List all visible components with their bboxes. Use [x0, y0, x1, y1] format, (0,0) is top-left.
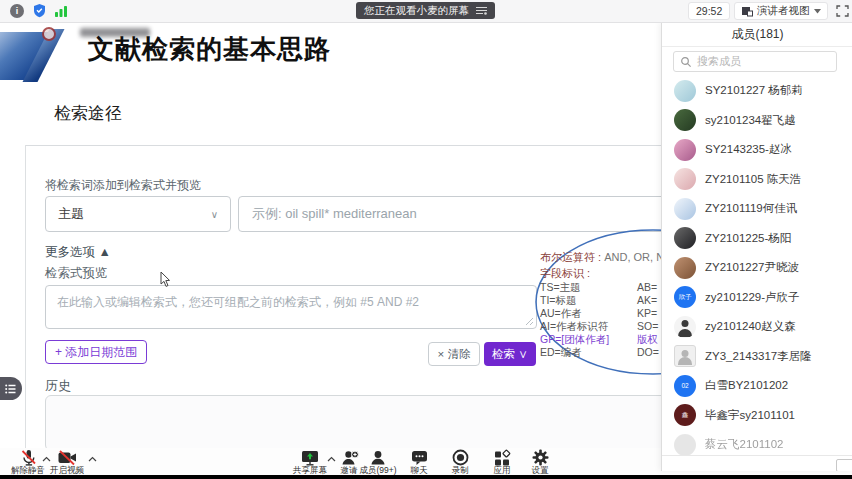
members-person-icon: [369, 449, 387, 466]
member-avatar: [674, 139, 696, 161]
members-panel-title: 成员(181): [662, 22, 852, 47]
record-icon: [452, 449, 469, 466]
field-ids-label: 字段标识 :: [540, 266, 670, 281]
member-row[interactable]: sy2101234翟飞越: [662, 106, 852, 136]
member-name: ZY2101105 陈天浩: [705, 172, 801, 187]
member-search-placeholder: 搜索成员: [697, 54, 741, 69]
meeting-window: 文献检索的基本思路 检索途径 将检索词添加到检索式并预览 主题 ∨ 示例: oi…: [0, 0, 852, 479]
fullscreen-expand-icon[interactable]: [835, 4, 850, 18]
member-name: ZY2101119何佳讯: [705, 201, 797, 216]
resize-handle-icon: [525, 317, 534, 326]
watching-banner-text: 您正在观看小麦的屏幕: [364, 4, 469, 18]
annotation-text: 布尔运算符 : AND, OR, NOT 字段标识 :: [540, 250, 670, 282]
meeting-topbar: i 您正在观看小麦的屏幕 29:52 演讲者视图: [0, 0, 852, 23]
network-signal-icon[interactable]: [54, 4, 68, 17]
floating-list-tab: [0, 377, 22, 400]
bottom-black-bar: [0, 475, 852, 479]
watching-banner: 您正在观看小麦的屏幕: [356, 2, 495, 19]
video-options-caret[interactable]: [88, 456, 97, 462]
member-avatar: [674, 316, 696, 338]
field-id: SO=: [637, 320, 659, 333]
member-name: ZY2101225-杨阳: [705, 231, 791, 246]
query-placeholder: 示例: oil spill* mediterranean: [252, 205, 417, 223]
member-name: zy2101240赵义森: [705, 319, 796, 334]
info-icon[interactable]: i: [10, 4, 24, 18]
member-row[interactable]: 欣子 zy2101229-卢欣子: [662, 283, 852, 313]
member-row[interactable]: SY2101227 杨郁莉: [662, 76, 852, 106]
camera-off-icon: [57, 449, 78, 466]
member-avatar: 02: [674, 375, 696, 397]
view-mode-button[interactable]: 演讲者视图: [734, 2, 828, 20]
member-name: sy2101234翟飞越: [705, 113, 796, 128]
member-avatar: [674, 80, 696, 102]
history-label: 历史: [45, 377, 71, 395]
member-avatar: 鑫: [674, 404, 696, 426]
history-box: [45, 395, 687, 451]
field-id: AK=: [637, 294, 659, 307]
field-id: KP=: [637, 307, 659, 320]
member-avatar: [674, 434, 696, 455]
view-mode-label: 演讲者视图: [757, 4, 810, 18]
member-list: SY2101227 杨郁莉 sy2101234翟飞越 SY2143235-赵冰 …: [662, 76, 852, 455]
member-row[interactable]: 02 白雪BY2101202: [662, 371, 852, 401]
field-id: 版权: [637, 333, 659, 346]
layout-icon: [741, 5, 753, 17]
editor-placeholder: 在此输入或编辑检索式，您还可组配之前的检索式，例如 #5 AND #2: [57, 295, 419, 309]
field-id: ED=编者: [540, 346, 609, 359]
field-select-dropdown: 主题 ∨: [45, 196, 231, 232]
member-name: 蔡云飞2101102: [705, 437, 783, 452]
search-button: 检索 ∨: [484, 342, 536, 366]
member-name: SY2143235-赵冰: [705, 142, 792, 157]
member-name: 毕鑫宇sy2101101: [705, 408, 795, 423]
member-row[interactable]: ZY2101105 陈天浩: [662, 165, 852, 195]
member-row[interactable]: ZY2101225-杨阳: [662, 224, 852, 254]
member-search-input[interactable]: 搜索成员: [673, 51, 837, 72]
more-options-toggle: 更多选项 ▲: [45, 244, 111, 261]
member-name: ZY3_2143317李居隆: [705, 349, 812, 364]
field-id: DO=: [637, 346, 659, 359]
member-avatar: [674, 227, 696, 249]
search-form-label: 将检索词添加到检索式并预览: [45, 177, 201, 194]
member-row[interactable]: SY2143235-赵冰: [662, 135, 852, 165]
slide-title: 文献检索的基本思路: [88, 32, 331, 67]
member-row[interactable]: ZY2101119何佳讯: [662, 194, 852, 224]
member-name: 白雪BY2101202: [705, 378, 788, 393]
member-avatar: [674, 198, 696, 220]
member-avatar: [674, 345, 696, 367]
query-input: 示例: oil spill* mediterranean: [238, 196, 682, 232]
university-emblem: [42, 27, 56, 41]
field-ids-left-column: TS=主题 TI=标题 AU=作者 AI=作者标识符 GP=[团体作者] ED=…: [540, 281, 609, 359]
settings-gear-icon: [532, 449, 549, 466]
field-id: TS=主题: [540, 281, 609, 294]
member-row[interactable]: ZY3_2143317李居隆: [662, 342, 852, 372]
member-row[interactable]: zy2101240赵义森: [662, 312, 852, 342]
banner-menu-icon[interactable]: [476, 6, 487, 15]
start-video-button[interactable]: 开启视频: [37, 449, 97, 477]
clear-button: × 清除: [428, 342, 480, 366]
field-ids-right-column: AB= AK= KP= SO= 版权 DO=: [637, 281, 659, 359]
boolean-operators-line: 布尔运算符 : AND, OR, NOT: [540, 250, 670, 265]
field-id: AI=作者标识符: [540, 320, 609, 333]
field-id: TI=标题: [540, 294, 609, 307]
card-border-left: [25, 145, 26, 449]
member-avatar: [674, 168, 696, 190]
member-row[interactable]: 蔡云飞2101102: [662, 430, 852, 455]
query-editor-textarea: 在此输入或编辑检索式，您还可组配之前的检索式，例如 #5 AND #2: [45, 285, 537, 329]
search-icon: [680, 56, 692, 68]
security-shield-icon[interactable]: [32, 3, 47, 19]
member-name: zy2101229-卢欣子: [705, 290, 800, 305]
chevron-down-icon: [814, 9, 821, 14]
chat-bubble-icon: [410, 449, 429, 466]
member-row[interactable]: 鑫 毕鑫宇sy2101101: [662, 401, 852, 431]
preview-label: 检索式预览: [45, 265, 108, 282]
field-select-value: 主题: [58, 205, 84, 223]
member-name: ZY2101227尹晓波: [705, 260, 799, 275]
members-panel: 成员(181) 搜索成员 SY2101227 杨郁莉 sy2101234翟飞越: [661, 22, 852, 471]
member-avatar: [674, 257, 696, 279]
member-name: SY2101227 杨郁莉: [705, 83, 803, 98]
footer-button-partial[interactable]: [836, 459, 852, 471]
field-id: AB=: [637, 281, 659, 294]
settings-button[interactable]: 设置: [510, 449, 570, 477]
meeting-timer: 29:52: [688, 2, 730, 20]
member-row[interactable]: ZY2101227尹晓波: [662, 253, 852, 283]
